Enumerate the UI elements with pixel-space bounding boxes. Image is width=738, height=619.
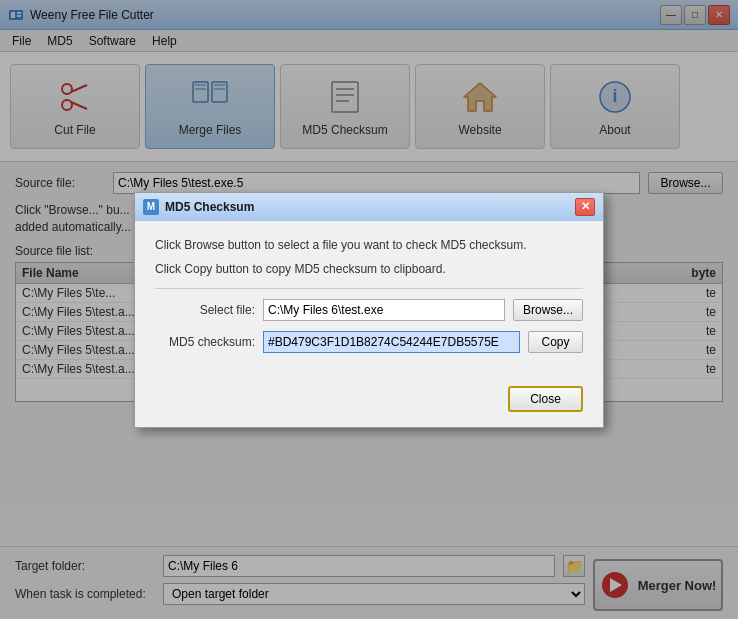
md5-checksum-row: MD5 checksum: Copy xyxy=(155,331,583,353)
dialog-close-x-button[interactable]: ✕ xyxy=(575,198,595,216)
dialog-title-bar: M MD5 Checksum ✕ xyxy=(135,193,603,221)
md5-checksum-dialog: M MD5 Checksum ✕ Click Browse button to … xyxy=(134,192,604,428)
copy-button[interactable]: Copy xyxy=(528,331,583,353)
dialog-title-icon: M xyxy=(143,199,159,215)
dialog-separator xyxy=(155,288,583,289)
dialog-info-line1: Click Browse button to select a file you… xyxy=(155,236,583,254)
md5-label: MD5 checksum: xyxy=(155,335,255,349)
dialog-content: Click Browse button to select a file you… xyxy=(135,221,603,378)
dialog-close-button[interactable]: Close xyxy=(508,386,583,412)
select-file-label: Select file: xyxy=(155,303,255,317)
select-file-row: Select file: Browse... xyxy=(155,299,583,321)
dialog-footer: Close xyxy=(135,378,603,427)
dialog-title: MD5 Checksum xyxy=(165,200,575,214)
md5-input[interactable] xyxy=(263,331,520,353)
dialog-overlay: M MD5 Checksum ✕ Click Browse button to … xyxy=(0,0,738,619)
dialog-browse-button[interactable]: Browse... xyxy=(513,299,583,321)
select-file-input[interactable] xyxy=(263,299,505,321)
dialog-info-line2: Click Copy button to copy MD5 checksum t… xyxy=(155,260,583,278)
